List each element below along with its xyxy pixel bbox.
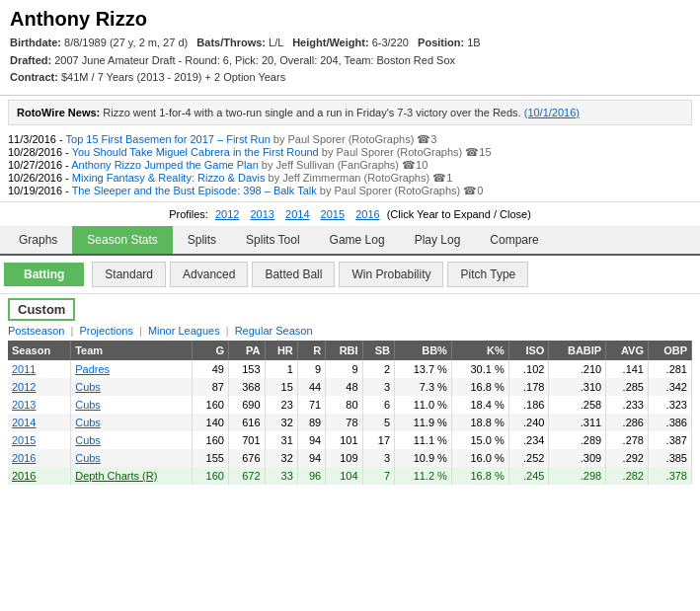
team-link[interactable]: Cubs (75, 399, 101, 411)
cell-hr: 31 (265, 431, 297, 449)
article-link[interactable]: The Sleeper and the Bust Episode: 398 – … (72, 185, 317, 196)
article-link[interactable]: Anthony Rizzo Jumped the Game Plan (71, 159, 259, 171)
season-link[interactable]: 2016 (12, 470, 36, 482)
cell-rbi: 80 (326, 396, 362, 414)
cell-rbi: 101 (326, 431, 362, 449)
profile-2012[interactable]: 2012 (215, 208, 239, 220)
cell-bb: 10.9 % (395, 449, 452, 467)
season-link[interactable]: 2012 (12, 381, 36, 393)
filter-minor-leagues[interactable]: Minor Leagues (148, 325, 220, 337)
cell-obp: .342 (649, 378, 692, 396)
cell-bb: 11.0 % (395, 396, 452, 414)
profile-2014[interactable]: 2014 (285, 208, 309, 220)
article-link[interactable]: You Should Take Miguel Cabrera in the Fi… (72, 146, 319, 158)
cell-k: 30.1 % (451, 360, 508, 378)
col-rbi: RBI (326, 341, 362, 360)
tab-season-stats[interactable]: Season Stats (72, 226, 172, 254)
season-link[interactable]: 2011 (12, 363, 36, 375)
tab-splits-tool[interactable]: Splits Tool (231, 226, 314, 254)
table-row: 2012 Cubs 87 368 15 44 48 3 7.3 % 16.8 %… (8, 378, 692, 396)
cell-hr: 33 (265, 467, 297, 485)
player-header: Anthony Rizzo Birthdate: 8/8/1989 (27 y,… (0, 0, 700, 96)
profile-2016[interactable]: 2016 (355, 208, 379, 220)
cell-sb: 6 (362, 396, 394, 414)
news-label: RotoWire News: (17, 107, 100, 118)
cell-r: 71 (297, 396, 325, 414)
cell-pa: 153 (228, 360, 265, 378)
cell-avg: .141 (606, 360, 649, 378)
cell-babip: .311 (549, 414, 606, 431)
team-link[interactable]: Cubs (75, 452, 101, 464)
team-link[interactable]: Cubs (75, 381, 101, 393)
cell-iso: .245 (508, 467, 549, 485)
filter-projections[interactable]: Projections (79, 325, 132, 337)
team-link[interactable]: Padres (75, 363, 110, 375)
article-author: by Paul Sporer (RotoGraphs) ☎15 (322, 146, 492, 158)
cell-season: 2013 (8, 396, 71, 414)
filter-postseason[interactable]: Postseason (8, 325, 64, 337)
tab-compare[interactable]: Compare (475, 226, 553, 254)
cell-babip: .310 (549, 378, 606, 396)
profile-2015[interactable]: 2015 (321, 208, 345, 220)
cell-team: Cubs (71, 378, 193, 396)
cell-pa: 616 (228, 414, 265, 431)
stats-table: Season Team G PA HR R RBI SB BB% K% ISO … (8, 341, 692, 485)
player-info: Birthdate: 8/8/1989 (27 y, 2 m, 27 d) Ba… (10, 35, 690, 87)
subtab-batted-ball[interactable]: Batted Ball (252, 262, 335, 287)
cell-r: 9 (297, 360, 325, 378)
season-link[interactable]: 2016 (12, 452, 36, 464)
cell-g: 160 (193, 396, 229, 414)
season-link[interactable]: 2015 (12, 434, 36, 446)
team-link[interactable]: Cubs (75, 434, 101, 446)
cell-r: 44 (297, 378, 325, 396)
batting-button[interactable]: Batting (4, 263, 84, 286)
subtab-pitch-type[interactable]: Pitch Type (447, 262, 528, 287)
cell-obp: .387 (649, 431, 692, 449)
cell-k: 15.0 % (451, 431, 508, 449)
subtab-advanced[interactable]: Advanced (170, 262, 248, 287)
custom-label: Custom (8, 298, 75, 321)
cell-bb: 11.2 % (395, 467, 452, 485)
cell-k: 16.8 % (451, 467, 508, 485)
cell-sb: 3 (362, 378, 394, 396)
cell-sb: 3 (362, 449, 394, 467)
article-date: 10/28/2016 - (8, 146, 72, 158)
article-link[interactable]: Mixing Fantasy & Reality: Rizzo & Davis (72, 172, 266, 184)
profile-2013[interactable]: 2013 (251, 208, 274, 220)
team-link[interactable]: Cubs (75, 417, 101, 428)
article-author: by Paul Sporer (RotoGraphs) ☎0 (320, 185, 484, 196)
table-row: 2013 Cubs 160 690 23 71 80 6 11.0 % 18.4… (8, 396, 692, 414)
cell-g: 160 (193, 431, 229, 449)
col-team: Team (71, 341, 193, 360)
cell-k: 18.8 % (451, 414, 508, 431)
cell-r: 96 (297, 467, 325, 485)
cell-avg: .282 (606, 467, 649, 485)
article-link[interactable]: Top 15 First Basemen for 2017 – First Ru… (66, 133, 271, 145)
article-author: by Paul Sporer (RotoGraphs) ☎3 (273, 133, 437, 145)
col-sb: SB (362, 341, 394, 360)
cell-g: 155 (193, 449, 229, 467)
col-hr: HR (265, 341, 297, 360)
tab-game-log[interactable]: Game Log (315, 226, 400, 254)
season-link[interactable]: 2013 (12, 399, 36, 411)
tab-splits[interactable]: Splits (173, 226, 231, 254)
cell-g: 87 (193, 378, 229, 396)
filter-links: Postseason | Projections | Minor Leagues… (8, 325, 692, 337)
subtab-standard[interactable]: Standard (92, 262, 166, 287)
news-date-link[interactable]: (10/1/2016) (524, 107, 580, 118)
tab-graphs[interactable]: Graphs (4, 226, 72, 254)
cell-obp: .378 (649, 467, 692, 485)
article-date: 10/19/2016 - (8, 185, 72, 196)
col-k: K% (451, 341, 508, 360)
team-link[interactable]: Depth Charts (R) (75, 470, 157, 482)
cell-hr: 32 (265, 414, 297, 431)
cell-k: 16.0 % (451, 449, 508, 467)
col-babip: BABIP (549, 341, 606, 360)
cell-babip: .309 (549, 449, 606, 467)
filter-regular-season[interactable]: Regular Season (235, 325, 313, 337)
subtab-win-probability[interactable]: Win Probability (339, 262, 443, 287)
article-date: 11/3/2016 - (8, 133, 66, 145)
profiles-label: Profiles: (169, 208, 211, 220)
season-link[interactable]: 2014 (12, 417, 36, 428)
tab-play-log[interactable]: Play Log (400, 226, 476, 254)
